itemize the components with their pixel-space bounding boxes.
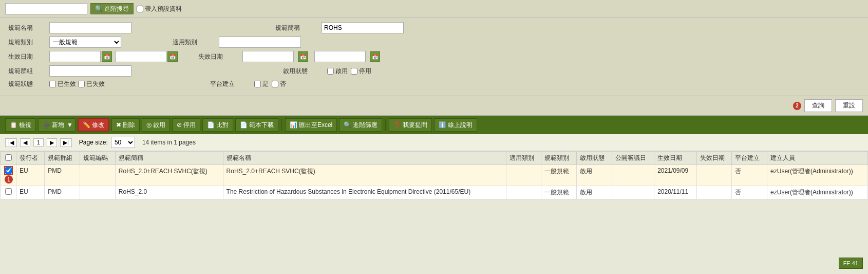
row1-platform: 否: [732, 165, 767, 186]
expired-checkbox[interactable]: [78, 81, 85, 87]
row1-short-name: RoHS_2.0+REACH SVHC(監視): [115, 165, 223, 186]
th-issuer: 發行者: [16, 152, 45, 165]
input-app-type[interactable]: [219, 36, 301, 48]
compare-icon: 📄: [207, 121, 215, 129]
table-row: EU PMD RoHS_2.0 The Restriction of Hazar…: [1, 186, 868, 199]
help-label: 我要提問: [403, 121, 427, 130]
th-public-date: 公開審議日: [612, 152, 654, 165]
compare-button[interactable]: 📄 比對: [202, 118, 233, 132]
disable-checkbox[interactable]: [351, 68, 357, 75]
row1-code: [80, 165, 116, 186]
input-expire-date-from[interactable]: [242, 51, 294, 62]
export-button[interactable]: 📊 匯出至Excel: [285, 118, 337, 132]
label-norm-status: 規範狀態: [8, 80, 49, 88]
online-help-icon: ℹ️: [439, 121, 446, 129]
enable-checkbox-label: 啟用: [327, 67, 348, 76]
advanced-filter-button[interactable]: 🔍 進階篩選: [339, 118, 382, 132]
row2-creator: ezUser(管理者(Administrator)): [767, 186, 868, 199]
row2-effective-date: 2020/11/11: [654, 186, 696, 199]
query-reset-bar: 2 查詢 重設: [0, 96, 868, 116]
select-norm-type[interactable]: 一般規範 特殊規範: [49, 36, 121, 48]
next-page-button[interactable]: ▶: [47, 138, 57, 147]
row1-group: PMD: [45, 165, 80, 186]
cal-icon-effective-from[interactable]: 📅: [102, 51, 112, 62]
platform-no-checkbox[interactable]: [272, 81, 278, 87]
query-button[interactable]: 查詢: [804, 99, 832, 112]
label-norm-short: 規範簡稱: [275, 24, 316, 32]
help-button[interactable]: ❓ 我要提問: [389, 118, 432, 132]
cal-icon-expire-to[interactable]: 📅: [370, 51, 380, 62]
row2-app-type: [506, 186, 541, 199]
cal-icon-effective-to[interactable]: 📅: [167, 51, 178, 62]
platform-yes-checkbox[interactable]: [254, 81, 261, 87]
page-size-select[interactable]: 10 20 50 100: [111, 137, 135, 148]
label-norm-name: 規範名稱: [8, 24, 49, 32]
input-expire-date-to[interactable]: [314, 51, 366, 62]
th-app-type: 適用類別: [506, 152, 541, 165]
add-dropdown-icon: ▼: [67, 121, 73, 129]
export-icon: 📊: [290, 121, 297, 129]
input-norm-group[interactable]: [49, 65, 131, 77]
page-info: 14 items in 1 pages: [142, 139, 196, 146]
input-norm-short[interactable]: [322, 22, 404, 33]
disable-label: 停用: [183, 121, 196, 130]
platform-yes-text: 是: [262, 80, 269, 88]
reset-button[interactable]: 重設: [835, 99, 863, 112]
platform-no-text: 否: [280, 80, 286, 88]
view-button[interactable]: 📋 檢視: [5, 118, 36, 132]
label-platform-create: 平台建立: [210, 80, 251, 88]
adv-search-label: 進階搜尋: [104, 5, 129, 13]
delete-button[interactable]: ✖ 刪除: [111, 118, 140, 132]
search-icon-button[interactable]: 🔍 進階搜尋: [90, 3, 134, 14]
first-page-button[interactable]: |◀: [5, 138, 17, 147]
th-full-name: 規範名稱: [223, 152, 506, 165]
th-group: 規範群組: [45, 152, 80, 165]
table-row: 1 EU PMD RoHS_2.0+REACH SVHC(監視) RoHS_2.…: [1, 165, 868, 186]
row2-enable-status: 啟用: [577, 186, 612, 199]
data-table: 發行者 規範群組 規範編碼 規範簡稱 規範名稱 適用類別 規範類別 啟用狀態 公…: [0, 151, 868, 199]
page-size-label: Page size:: [79, 139, 108, 146]
row2-full-name: The Restriction of Hazardous Substances …: [223, 186, 506, 199]
select-all-checkbox[interactable]: [5, 154, 12, 161]
compare-label: 比對: [216, 121, 229, 130]
disable-label: 停用: [359, 67, 371, 76]
add-button[interactable]: ➕ 新增 ▼: [38, 118, 76, 132]
edit-button[interactable]: ✏️ 修改: [78, 118, 109, 132]
expired-label: 已失效: [86, 80, 105, 88]
pagination-bar: |◀ ◀ 1 ▶ ▶| Page size: 10 20 50 100 14 i…: [0, 134, 868, 151]
last-page-button[interactable]: ▶|: [60, 138, 72, 147]
row1-full-name: RoHS_2.0+REACH SVHC(監視): [223, 165, 506, 186]
label-expire-date: 失效日期: [198, 52, 239, 61]
row2-checkbox[interactable]: [5, 188, 12, 195]
row1-norm-type: 一般規範: [541, 165, 577, 186]
current-page: 1: [33, 138, 44, 147]
add-icon: ➕: [43, 121, 50, 129]
row2-expire-date: [696, 186, 732, 199]
filter-row-1: 規範名稱 規範簡稱: [8, 22, 860, 33]
cal-icon-expire-from[interactable]: 📅: [298, 51, 308, 62]
row1-creator: ezUser(管理者(Administrator)): [767, 165, 868, 186]
disable-button[interactable]: ⊘ 停用: [172, 118, 200, 132]
effective-checkbox[interactable]: [49, 81, 56, 87]
online-help-button[interactable]: ℹ️ 線上說明: [434, 118, 477, 132]
enable-checkbox[interactable]: [327, 68, 334, 75]
input-norm-name[interactable]: [49, 22, 131, 33]
input-effective-date-to[interactable]: [115, 51, 166, 62]
row1-checkbox[interactable]: [5, 167, 12, 174]
th-norm-type: 規範類別: [541, 152, 577, 165]
row2-short-name: RoHS_2.0: [115, 186, 223, 199]
add-label: 新增: [52, 121, 64, 130]
enable-label: 啟用: [335, 67, 348, 76]
help-icon: ❓: [393, 121, 401, 129]
prev-page-button[interactable]: ◀: [20, 138, 30, 147]
top-search-input[interactable]: [5, 3, 87, 14]
download-button[interactable]: 📄 範本下載: [235, 118, 278, 132]
enable-button[interactable]: ◎ 啟用: [142, 118, 170, 132]
filter-row-5: 規範狀態 已生效 已失效 平台建立 是 否: [8, 80, 860, 88]
table-header-row: 發行者 規範群組 規範編碼 規範簡稱 規範名稱 適用類別 規範類別 啟用狀態 公…: [1, 152, 868, 165]
action-bar: 📋 檢視 ➕ 新增 ▼ ✏️ 修改 ✖ 刪除 ◎ 啟用 ⊘ 停用 📄 比對 📄 …: [0, 116, 868, 134]
export-label: 匯出至Excel: [299, 121, 332, 130]
effective-checkbox-label: 已生效: [49, 80, 76, 88]
input-effective-date-from[interactable]: [49, 51, 101, 62]
preset-data-checkbox[interactable]: [137, 6, 143, 12]
